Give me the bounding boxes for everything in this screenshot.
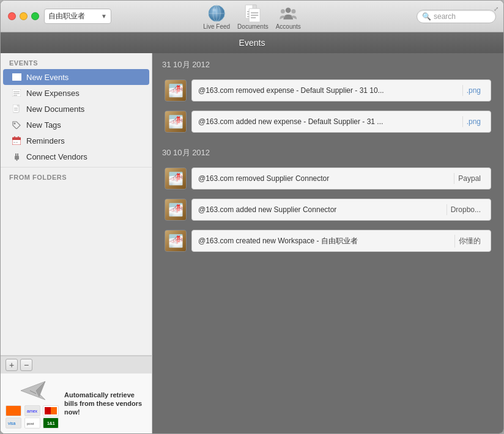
sidebar-section-title-events: EVENTS <box>1 53 152 69</box>
svg-text:amex: amex <box>27 409 38 413</box>
svg-rect-42 <box>51 407 57 414</box>
vendor-logo-0 <box>6 405 21 416</box>
svg-point-4 <box>212 9 216 11</box>
sidebar-section-title-folders: FROM FOLDERS <box>1 170 152 183</box>
nav-label-live-feed: Live Feed <box>203 23 230 30</box>
titlebar-right: 🔍 search <box>417 10 496 23</box>
event-item-1-1: @163.com added new Supplier Connector Dr… <box>157 195 498 224</box>
svg-rect-28 <box>12 138 21 140</box>
vendor-logo-4: post <box>24 417 40 428</box>
svg-text:post: post <box>27 422 34 425</box>
event-avatar-img-0-0 <box>165 80 186 101</box>
nav-item-live-feed[interactable]: Live Feed <box>203 5 230 30</box>
accounts-icon <box>280 5 297 22</box>
event-badge-1-1: Dropbo... <box>447 204 484 215</box>
event-text-0-1: @163.com added new expense - Default Sup… <box>198 117 456 126</box>
tag-icon <box>12 120 21 130</box>
events-content: 31 10月 2012 @163.com removed expense - D… <box>152 53 503 433</box>
live-feed-icon <box>208 5 225 22</box>
nav-item-documents[interactable]: Documents <box>237 5 269 30</box>
event-text-1-0: @163.com removed Supplier Connector <box>198 174 448 183</box>
search-box[interactable]: 🔍 search <box>417 10 496 23</box>
nav-label-accounts: Accounts <box>276 23 301 30</box>
vendor-promo-text: Automatically retrieve bills from these … <box>64 378 147 428</box>
event-content-1-0[interactable]: @163.com removed Supplier Connector Payp… <box>191 167 491 189</box>
envelope-icon <box>12 72 21 82</box>
nav-label-documents: Documents <box>237 23 269 30</box>
document-icon <box>12 104 21 114</box>
date-header-0: 31 10月 2012 <box>152 53 503 74</box>
maximize-button[interactable] <box>31 12 39 20</box>
event-avatar-img-1-1 <box>165 199 186 220</box>
titlebar: 自由职业者 ▼ Sushi.io <box>1 1 503 32</box>
event-avatar-1-2 <box>165 230 187 252</box>
add-button[interactable]: + <box>6 359 18 371</box>
event-text-0-0: @163.com removed expense - Default Suppl… <box>198 86 456 95</box>
event-item-0-0: @163.com removed expense - Default Suppl… <box>157 76 498 105</box>
event-content-0-0[interactable]: @163.com removed expense - Default Suppl… <box>191 79 491 101</box>
event-avatar-1-1 <box>165 199 187 221</box>
event-item-1-2: @163.com created new Workspace - 自由职业者 你… <box>157 226 498 256</box>
event-avatar-1-0 <box>165 167 187 189</box>
sidebar-label-new-events: New Events <box>26 73 69 82</box>
paper-plane-icon <box>18 378 48 403</box>
documents-icon <box>244 5 261 22</box>
event-avatar-img-1-2 <box>165 230 186 251</box>
event-item-1-0: @163.com removed Supplier Connector Payp… <box>157 164 498 193</box>
event-content-1-1[interactable]: @163.com added new Supplier Connector Dr… <box>191 199 491 221</box>
event-avatar-img-1-0 <box>165 168 186 189</box>
svg-rect-33 <box>15 156 19 160</box>
nav-buttons: Live Feed <box>203 5 301 30</box>
vendor-logo-1: amex <box>24 405 40 416</box>
main-content: EVENTS New Events <box>1 53 503 433</box>
vendor-logo-2 <box>43 405 59 416</box>
event-badge-0-1: .png <box>462 116 484 127</box>
toolbar-title: Events <box>239 38 265 48</box>
workspace-label: 自由职业者 <box>48 11 85 21</box>
sidebar-add-remove: + − <box>1 356 152 373</box>
event-badge-0-0: .png <box>462 85 484 96</box>
sidebar-item-new-documents[interactable]: New Documents <box>3 101 149 117</box>
workspace-dropdown[interactable]: 自由职业者 ▼ <box>44 9 111 24</box>
event-badge-1-0: Paypal <box>454 173 484 184</box>
sidebar-label-reminders: Reminders <box>26 136 65 145</box>
event-content-0-1[interactable]: @163.com added new expense - Default Sup… <box>191 111 491 133</box>
date-group-1: 30 10月 2012 @163.com removed Supplier Co… <box>152 141 503 256</box>
traffic-lights <box>8 12 39 20</box>
close-button[interactable] <box>8 12 16 20</box>
svg-text:visa: visa <box>8 421 16 425</box>
vendor-logo-5: 1&1 <box>43 417 59 428</box>
svg-point-14 <box>286 7 291 13</box>
sidebar-item-connect-vendors[interactable]: Connect Vendors <box>3 149 149 164</box>
sidebar-label-new-expenses: New Expenses <box>26 89 80 98</box>
remove-button[interactable]: − <box>20 359 32 371</box>
calendar-icon <box>12 136 21 145</box>
sidebar-label-new-documents: New Documents <box>26 105 84 114</box>
event-badge-1-2: 你懂的 <box>454 235 484 248</box>
dropdown-arrow-icon: ▼ <box>101 13 107 20</box>
vendor-logos: amex visa post <box>6 405 61 428</box>
toolbar: Events <box>1 32 503 53</box>
search-placeholder: search <box>434 12 456 21</box>
plug-icon <box>12 152 21 161</box>
event-item-0-1: @163.com added new expense - Default Sup… <box>157 107 498 136</box>
sidebar: EVENTS New Events <box>1 53 152 433</box>
sidebar-item-reminders[interactable]: Reminders <box>3 133 149 149</box>
sidebar-item-new-expenses[interactable]: New Expenses <box>3 85 149 101</box>
sidebar-divider <box>1 167 152 167</box>
date-header-1: 30 10月 2012 <box>152 141 503 162</box>
app-window: 自由职业者 ▼ Sushi.io <box>0 0 504 434</box>
sidebar-item-new-tags[interactable]: New Tags <box>3 117 149 133</box>
fullscreen-button[interactable]: ⤢ <box>494 6 498 12</box>
minimize-button[interactable] <box>20 12 28 20</box>
sidebar-section-events: EVENTS New Events <box>1 53 152 355</box>
event-avatar-0-1 <box>165 111 187 133</box>
sidebar-bottom: + − amex <box>1 355 152 433</box>
sidebar-item-new-events[interactable]: New Events <box>3 69 149 85</box>
svg-point-16 <box>291 9 295 13</box>
nav-item-accounts[interactable]: Accounts <box>276 5 301 30</box>
event-content-1-2[interactable]: @163.com created new Workspace - 自由职业者 你… <box>191 230 491 252</box>
event-text-1-2: @163.com created new Workspace - 自由职业者 <box>198 236 448 246</box>
svg-point-26 <box>14 122 16 124</box>
svg-point-15 <box>281 9 285 13</box>
